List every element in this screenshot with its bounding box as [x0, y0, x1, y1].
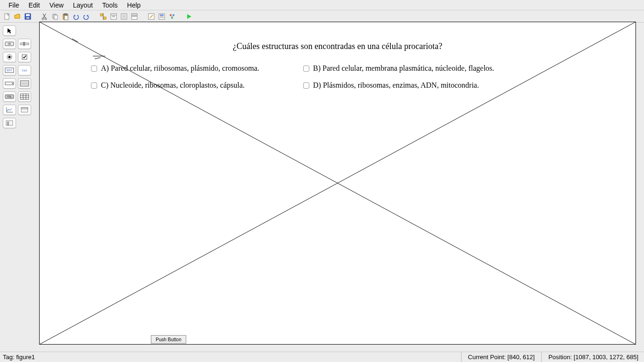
copy-icon[interactable]: [51, 12, 59, 21]
redo-icon[interactable]: [82, 12, 91, 21]
svg-point-61: [8, 122, 9, 123]
design-canvas[interactable]: ¿Cuáles estructuras son encontradas en u…: [39, 22, 636, 345]
axes-tool[interactable]: [3, 105, 16, 115]
svg-rect-12: [104, 17, 106, 19]
status-current-point: Current Point: [840, 612]: [461, 352, 542, 362]
option-d-label: D) Plásmidos, ribosomas, enzimas, ADN, m…: [313, 81, 479, 90]
svg-rect-14: [111, 14, 116, 19]
options-grid: A) Pared celular, riibosomas, plásmido, …: [91, 64, 586, 90]
menu-tools[interactable]: Tools: [98, 0, 123, 10]
table-tool[interactable]: [18, 91, 31, 102]
option-d: D) Plásmidos, ribosomas, enzimas, ADN, m…: [303, 81, 567, 90]
checkbox-c[interactable]: [91, 82, 97, 89]
select-tool[interactable]: [3, 25, 16, 36]
open-folder-icon[interactable]: [13, 12, 22, 21]
option-b-label: B) Pared celular, membrana plasmática, n…: [313, 64, 494, 73]
option-b: B) Pared celular, membrana plasmática, n…: [303, 64, 567, 73]
svg-rect-22: [132, 14, 137, 16]
pushbutton-instance[interactable]: Push Button: [151, 335, 186, 344]
radiobutton-tool[interactable]: [3, 52, 16, 62]
svg-rect-37: [23, 42, 25, 46]
save-icon[interactable]: [24, 12, 32, 21]
slider-tool[interactable]: [18, 39, 31, 49]
svg-text:OK: OK: [8, 42, 11, 45]
svg-rect-23: [132, 16, 137, 19]
menu-file[interactable]: File: [4, 0, 24, 10]
panel-tool[interactable]: [18, 105, 31, 115]
checkbox-a[interactable]: [91, 66, 97, 72]
run-icon[interactable]: [185, 12, 193, 21]
svg-text:EDIT: EDIT: [7, 69, 12, 72]
status-tag: Tag: figure1: [3, 354, 35, 361]
new-file-icon[interactable]: [3, 12, 11, 21]
menubar: File Edit View Layout Tools Help: [0, 0, 644, 10]
editor-icon[interactable]: [147, 12, 156, 21]
question-text: ¿Cuáles estructuras son encontradas en u…: [39, 41, 636, 51]
option-c-label: C) Nucleoide, ribosomas, cloroplastos, c…: [101, 81, 245, 90]
statusbar: Tag: figure1 Current Point: [840, 612] P…: [0, 352, 644, 362]
svg-rect-59: [21, 107, 28, 109]
svg-point-39: [8, 56, 11, 58]
cut-icon[interactable]: [41, 12, 49, 21]
tab-order-icon[interactable]: [120, 12, 128, 21]
toolbar-editor-icon[interactable]: [130, 12, 139, 21]
svg-rect-51: [20, 94, 29, 99]
property-inspector-icon[interactable]: [157, 12, 166, 21]
button-group-tool[interactable]: [3, 118, 16, 128]
component-palette: OK EDIT TXT TGL: [3, 25, 35, 128]
svg-rect-3: [26, 17, 29, 19]
menu-help[interactable]: Help: [123, 0, 146, 10]
toggle-button-tool[interactable]: TGL: [3, 91, 16, 102]
checkbox-d[interactable]: [303, 82, 309, 89]
svg-rect-7: [54, 15, 58, 19]
toolbar: [0, 10, 644, 23]
status-position: Position: [1087, 1003, 1272, 685]: [541, 352, 641, 362]
option-a: A) Pared celular, riibosomas, plásmido, …: [91, 64, 303, 73]
checkbox-b[interactable]: [303, 66, 309, 72]
option-c: C) Nucleoide, ribosomas, cloroplastos, c…: [91, 81, 303, 90]
edit-text-tool[interactable]: EDIT: [3, 65, 16, 75]
listbox-tool[interactable]: [18, 78, 31, 89]
undo-icon[interactable]: [72, 12, 80, 21]
svg-rect-2: [26, 14, 30, 16]
object-browser-icon[interactable]: [168, 12, 176, 21]
popup-menu-tool[interactable]: [3, 78, 16, 89]
menu-layout[interactable]: Layout: [68, 0, 98, 10]
svg-rect-10: [65, 16, 68, 20]
svg-point-62: [8, 124, 9, 125]
svg-rect-11: [100, 14, 103, 16]
svg-text:TGL: TGL: [7, 95, 12, 98]
pushbutton-tool[interactable]: OK: [3, 39, 16, 49]
menu-view[interactable]: View: [45, 0, 68, 10]
menu-editor-icon[interactable]: [109, 12, 118, 21]
svg-rect-9: [64, 14, 67, 15]
menu-edit[interactable]: Edit: [24, 0, 45, 10]
checkbox-tool[interactable]: [18, 52, 31, 62]
svg-text:TXT: TXT: [22, 69, 27, 72]
option-a-label: A) Pared celular, riibosomas, plásmido, …: [101, 64, 259, 73]
align-icon[interactable]: [99, 12, 107, 21]
svg-rect-26: [160, 15, 164, 16]
paste-icon[interactable]: [61, 12, 70, 21]
static-text-tool[interactable]: TXT: [18, 65, 31, 75]
